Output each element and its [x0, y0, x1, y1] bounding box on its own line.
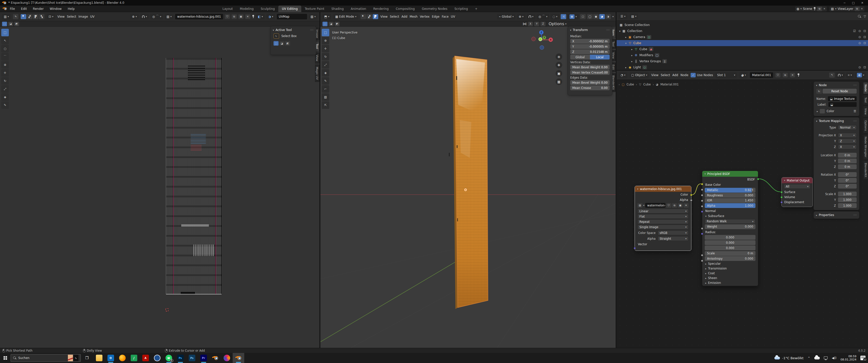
uv-pivot-button[interactable]: ⊕▾ [130, 14, 138, 20]
mean-crease-field[interactable]: Mean Crease0.00 [570, 86, 610, 90]
shading-rendered-button[interactable]: ◑ [605, 14, 611, 19]
emission-section[interactable]: ▸Emission [702, 280, 758, 285]
outliner-row-collection[interactable]: ▾ ▦ Collection ☑⊙⊡ [617, 28, 868, 34]
uv-2d-cursor[interactable] [165, 307, 169, 312]
uv-sticky-select-button[interactable]: ⊡▾ [47, 14, 55, 20]
uv-tab-magic-uv[interactable]: Magic UV [315, 65, 319, 82]
expand-icon[interactable]: ▸ [631, 48, 632, 51]
scale-input-socket[interactable] [701, 254, 703, 256]
uv-select-vertex-button[interactable]: ▘ [21, 14, 26, 19]
taskbar-search-input[interactable]: Suchen ∿ [10, 354, 81, 362]
gizmos-toggle[interactable]: ⤮ [561, 14, 566, 19]
mirror-y-toggle[interactable]: Y [534, 22, 539, 26]
output-target-dropdown[interactable]: All▾ [784, 184, 810, 189]
vp-menu-add[interactable]: Add [401, 15, 407, 19]
workspace-geometry-nodes[interactable]: Geometry Nodes [418, 5, 451, 12]
metallic-input-socket[interactable] [701, 189, 703, 191]
menu-help[interactable]: Help [65, 7, 78, 10]
rotation-y-field[interactable]: 0° [838, 178, 857, 183]
scale-x-field[interactable]: 1.000 [838, 192, 857, 196]
outliner-search-icon[interactable] [858, 14, 861, 18]
workspace-texture-paint[interactable]: Texture Paint [301, 5, 328, 12]
projection-dropdown[interactable]: Flat▾ [638, 214, 689, 219]
outliner-row-vertex-groups[interactable]: ▸ ⣿ Vertex Groups ⣿ [617, 58, 868, 64]
collapse-icon[interactable]: ▾ [273, 29, 274, 32]
location-x-field[interactable]: 0 m [838, 153, 857, 158]
transmission-section[interactable]: ▸Transmission [702, 266, 758, 271]
mirror-z-toggle[interactable]: Z [540, 22, 546, 26]
pin-icon[interactable] [813, 7, 816, 10]
material-name-field[interactable]: Material.001 [750, 72, 773, 78]
uv-tool-tweak[interactable]: ↖ [1, 37, 9, 44]
uv-menu-view[interactable]: View [57, 15, 64, 19]
uv-image-display-button[interactable]: ▧▾ [309, 14, 317, 20]
uv-tool-annotate[interactable]: ✎ [1, 101, 9, 109]
global-button[interactable]: Global [570, 55, 590, 60]
shader-tab-node[interactable]: Node [864, 82, 868, 94]
gizmo-x-neg[interactable] [531, 37, 536, 41]
alpha-input-socket[interactable] [701, 205, 703, 207]
vp-menu-uv[interactable]: UV [451, 15, 455, 19]
vp-tool-move[interactable]: ✛ [322, 45, 329, 53]
face-select-button[interactable]: ▛ [373, 14, 378, 19]
scene-selector[interactable]: ◍▾ Scene ⧉ ✕ [795, 6, 827, 11]
list-icon[interactable]: ☰ [854, 109, 856, 113]
shader-menu-node[interactable]: Node [681, 73, 688, 77]
shader-menu-select[interactable]: Select [660, 73, 670, 77]
vp-snap-button[interactable]: ▾ [527, 14, 535, 20]
minimize-button[interactable]: ─ [844, 1, 845, 4]
vp-pivot-button[interactable]: ⊕▾ [517, 14, 525, 20]
zoom-button[interactable]: ⊕ [556, 54, 562, 60]
color-swatch[interactable] [820, 109, 825, 113]
projection-y-dropdown[interactable]: Z▾ [838, 139, 857, 143]
shading-wireframe-button[interactable]: ◯ [587, 14, 593, 19]
task-view-button[interactable]: ❐ [84, 355, 90, 361]
shader-canvas[interactable]: ›▢ Cube› ▽ Cube› ◕ Material.001 ▾waterme… [617, 80, 868, 348]
expand-icon[interactable]: ▸ [625, 66, 626, 69]
anisotropy-slider[interactable]: Anisotropy0.000 [705, 256, 755, 261]
onedrive-icon[interactable] [814, 357, 820, 360]
vp-tool-add-cube[interactable]: ▧ [322, 93, 329, 101]
workspace-add-button[interactable]: + [471, 5, 481, 12]
outliner-row-scene-collection[interactable]: ▦ Scene Collection [617, 22, 868, 28]
vp-select-mode-extend-button[interactable]: ◪ [329, 22, 334, 26]
uv-display-channels-button[interactable]: ◧▾ [256, 14, 265, 20]
open-image-button[interactable]: ▣ [239, 14, 244, 19]
rotation-z-field[interactable]: 0° [838, 184, 857, 189]
extension-dropdown[interactable]: Repeat▾ [638, 219, 689, 224]
uv-select-edge-button[interactable]: ▞ [27, 14, 32, 19]
hide-eye-icon[interactable]: ⊙ [859, 35, 861, 39]
shader-menu-view[interactable]: View [651, 73, 658, 77]
rotation-x-field[interactable]: 0° [838, 172, 857, 177]
shader-tab-node-wrangler[interactable]: Node Wrangler [864, 134, 868, 160]
vector-input-socket[interactable] [633, 247, 636, 249]
uv-select-mode-new-button[interactable]: ⬚ [2, 22, 7, 26]
vp-tool-extrude[interactable]: ⇱ [322, 101, 329, 109]
outliner-row-cube-mesh[interactable]: ▸ ▽ Cube ◕ [617, 46, 868, 52]
vp-select-mode-new-button[interactable]: ⬚ [322, 22, 328, 26]
vp-tool-rotate[interactable]: ↻ [322, 53, 329, 61]
menu-render[interactable]: Render [30, 7, 47, 10]
mean-vertex-crease-field[interactable]: Mean Vertex Crease0.00 [570, 70, 610, 75]
shader-overlays-button[interactable]: ◍▾ [855, 72, 866, 78]
viewport-editor-type-button[interactable]: ⬒▾ [322, 14, 331, 20]
projection-z-dropdown[interactable]: X▾ [838, 144, 857, 149]
collapse-icon[interactable]: ▾ [637, 188, 639, 190]
location-z-field[interactable]: 0 m [838, 164, 857, 169]
xray-toggle[interactable]: ▢ [580, 14, 586, 19]
hide-eye-icon[interactable]: ⊙ [859, 41, 861, 45]
menu-edit[interactable]: Edit [18, 7, 30, 10]
workspace-scripting[interactable]: Scripting [451, 5, 471, 12]
uv-snap-button[interactable]: ▾ [140, 14, 149, 20]
vp-menu-face[interactable]: Face [442, 15, 448, 19]
delete-viewlayer-icon[interactable]: ✕ [861, 7, 863, 10]
shader-pin-icon[interactable] [797, 73, 800, 77]
uv-select-mode-subtract-button[interactable]: ◩ [14, 22, 19, 26]
vertex-select-button[interactable]: ▘ [361, 14, 366, 19]
outliner-filter-icon[interactable]: ▽ [864, 14, 866, 18]
uv-tool-select-circle[interactable]: ○ [1, 45, 9, 53]
slot-dropdown[interactable]: Slot 1▾ [715, 72, 737, 78]
outliner-display-mode-button[interactable]: ☰▾ [619, 13, 627, 19]
outliner-row-cube-selected[interactable]: ▾ ▽ Cube ⊙⊡ [617, 40, 868, 46]
median-y-field[interactable]: Y-0.000005 m [570, 44, 610, 49]
